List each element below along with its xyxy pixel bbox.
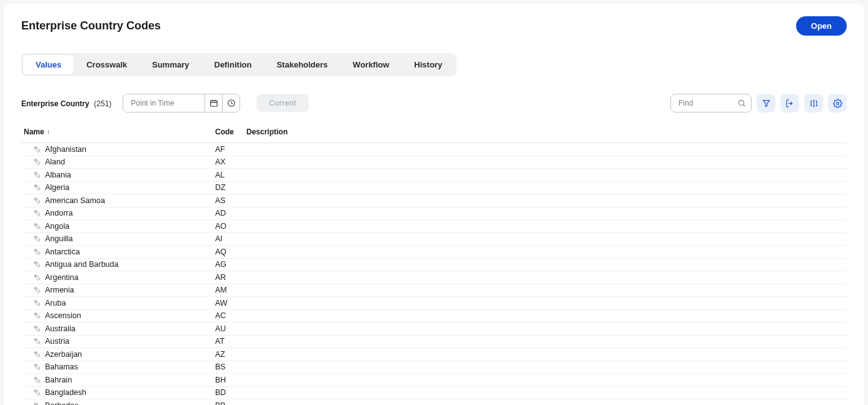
cell-name: Algeria: [21, 183, 215, 192]
cell-code: AR: [215, 273, 246, 282]
cell-code: AG: [215, 260, 246, 269]
table-row[interactable]: AzerbaijanAZ: [21, 348, 847, 361]
table-body[interactable]: AfghanistanAFAlandAXAlbaniaALAlgeriaDZAm…: [21, 143, 847, 405]
svg-point-25: [36, 212, 36, 212]
cell-code: BB: [215, 401, 246, 405]
filter-button[interactable]: [757, 94, 775, 112]
table-row[interactable]: Antigua and BarbudaAG: [21, 259, 847, 272]
table-row[interactable]: BangladeshBD: [21, 387, 847, 400]
tag-icon: [34, 299, 41, 307]
cell-code: AQ: [215, 248, 246, 256]
cell-name-text: Angola: [45, 222, 69, 231]
tag-icon: [34, 184, 41, 191]
table-row[interactable]: ArubaAW: [21, 297, 847, 310]
tab-summary[interactable]: Summary: [139, 55, 201, 74]
tag-icon: [34, 402, 41, 405]
toolbar-left: Enterprise Country (251) Current: [21, 94, 309, 112]
svg-point-20: [36, 148, 36, 148]
record-count: (251): [94, 99, 111, 108]
table-row[interactable]: BarbadosBB: [21, 399, 847, 405]
table-row[interactable]: BahrainBH: [21, 374, 847, 387]
tag-icon: [34, 235, 41, 242]
table-row[interactable]: AlgeriaDZ: [21, 182, 847, 195]
cell-name: Argentina: [21, 273, 215, 282]
table-row[interactable]: AnguillaAI: [21, 233, 847, 246]
cell-code: AZ: [215, 350, 246, 359]
tag-icon: [34, 351, 41, 358]
table-row[interactable]: BahamasBS: [21, 361, 847, 374]
cell-code: AW: [215, 299, 246, 308]
table-row[interactable]: AscensionAC: [21, 310, 847, 323]
columns-button[interactable]: [804, 94, 823, 112]
table: Name ↑ Code Description AfghanistanAFAla…: [21, 122, 847, 405]
table-row[interactable]: ArgentinaAR: [21, 271, 847, 284]
find-box: [670, 94, 752, 112]
cell-name-text: Aland: [45, 158, 65, 166]
tab-definition[interactable]: Definition: [202, 55, 265, 74]
tab-workflow[interactable]: Workflow: [340, 55, 401, 74]
column-header-name[interactable]: Name ↑: [21, 128, 215, 136]
cell-name-text: Aruba: [45, 299, 66, 308]
header: Enterprise Country Codes Open: [21, 16, 847, 36]
export-icon: [785, 99, 795, 108]
svg-point-38: [36, 378, 36, 379]
table-row[interactable]: AfghanistanAF: [21, 143, 847, 156]
svg-point-37: [36, 366, 36, 366]
export-button[interactable]: [780, 94, 799, 112]
svg-point-28: [36, 250, 36, 251]
current-button[interactable]: Current: [256, 94, 308, 112]
tag-icon: [34, 146, 41, 153]
columns-icon: [809, 99, 819, 108]
tag-icon: [34, 171, 41, 179]
table-row[interactable]: AustriaAT: [21, 336, 847, 349]
table-row[interactable]: AndorraAD: [21, 208, 847, 221]
tab-stakeholders[interactable]: Stakeholders: [264, 55, 340, 74]
cell-code: AS: [215, 196, 246, 205]
svg-point-19: [836, 102, 839, 104]
cell-code: AF: [215, 145, 246, 154]
search-icon: [737, 99, 746, 108]
svg-point-22: [36, 173, 36, 174]
find-input[interactable]: [679, 99, 737, 108]
cell-name-text: American Samoa: [45, 196, 105, 205]
table-row[interactable]: AlandAX: [21, 156, 847, 169]
svg-line-8: [743, 104, 745, 106]
settings-button[interactable]: [828, 94, 847, 112]
point-in-time-input[interactable]: [123, 94, 204, 112]
cell-name: American Samoa: [21, 196, 215, 205]
column-header-description[interactable]: Description: [246, 128, 847, 136]
svg-point-7: [739, 100, 744, 105]
cell-code: AC: [215, 311, 246, 320]
cell-name: Armenia: [21, 286, 215, 294]
table-row[interactable]: AntarcticaAQ: [21, 246, 847, 259]
tag-icon: [34, 389, 41, 396]
cell-code: AI: [215, 234, 246, 243]
svg-point-33: [36, 314, 36, 315]
tabs-container: ValuesCrosswalkSummaryDefinitionStakehol…: [21, 53, 457, 76]
svg-line-6: [231, 103, 233, 104]
cell-name: Ascension: [21, 311, 215, 320]
clock-icon[interactable]: [222, 94, 240, 112]
cell-name-text: Azerbaijan: [45, 350, 82, 359]
svg-point-23: [36, 186, 36, 187]
column-header-code[interactable]: Code: [215, 128, 246, 136]
calendar-icon[interactable]: [204, 94, 222, 112]
table-row[interactable]: AustraliaAU: [21, 322, 847, 336]
cell-code: AL: [215, 171, 246, 179]
cell-name: Albania: [21, 171, 215, 179]
tab-crosswalk[interactable]: Crosswalk: [74, 55, 139, 74]
table-row[interactable]: ArmeniaAM: [21, 284, 847, 298]
cell-name-text: Austria: [45, 337, 69, 346]
cell-name: Afghanistan: [21, 145, 215, 154]
table-row[interactable]: American SamoaAS: [21, 194, 847, 208]
cell-name: Austria: [21, 337, 215, 346]
tab-history[interactable]: History: [401, 55, 455, 74]
section-label: Enterprise Country: [21, 99, 89, 108]
cell-name-text: Afghanistan: [45, 145, 86, 154]
open-button[interactable]: Open: [796, 16, 847, 36]
tag-icon: [34, 158, 41, 166]
table-row[interactable]: AlbaniaAL: [21, 169, 847, 182]
tab-values[interactable]: Values: [23, 55, 74, 74]
table-row[interactable]: AngolaAO: [21, 220, 847, 233]
svg-point-24: [36, 199, 36, 199]
